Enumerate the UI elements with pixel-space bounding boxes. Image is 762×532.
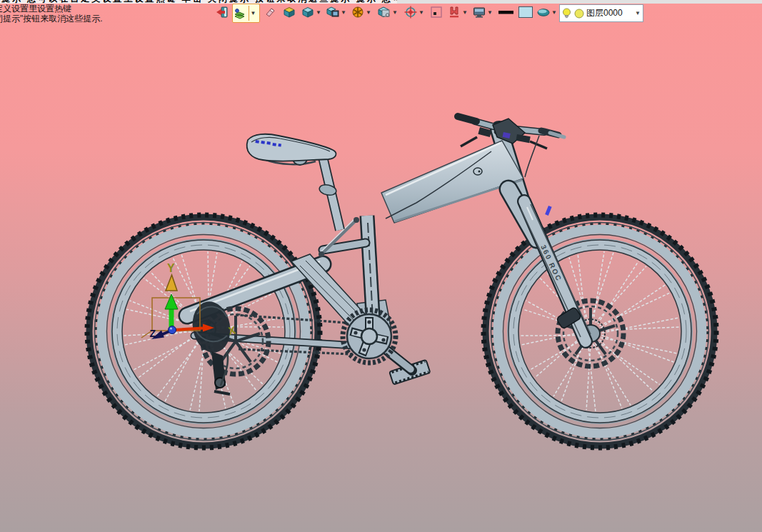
- seatpost-saddle: [247, 134, 340, 230]
- left-grip: [458, 116, 476, 121]
- z-axis-label: Z: [149, 328, 156, 339]
- cad-application-window: 提示 您可以在自定义设置里设置热键 单击 关闭提示 按钮来取消这些提示 提示 您…: [0, 0, 762, 532]
- main-frame-beam: [381, 141, 523, 223]
- fork-reflector: [545, 206, 552, 216]
- bike-model: 360 ROC: [87, 116, 716, 448]
- x-axis: [174, 328, 203, 331]
- model-viewport[interactable]: 360 ROC X Z Y: [0, 0, 762, 532]
- y-axis-label: Y: [167, 262, 175, 274]
- crankset: [343, 310, 430, 385]
- origin-point: [169, 326, 176, 334]
